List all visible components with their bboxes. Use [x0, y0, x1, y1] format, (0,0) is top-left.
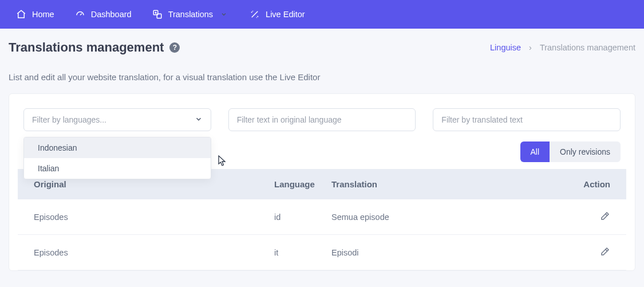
- chevron-down-icon: [219, 9, 229, 19]
- filter-row: Filter by languages... Indonesian Italia…: [23, 108, 621, 131]
- nav-dashboard[interactable]: Dashboard: [65, 0, 142, 29]
- magic-wand-icon: [250, 9, 260, 19]
- page-title-text: Translations management: [9, 40, 164, 55]
- cell-translation: Episodi: [331, 248, 576, 257]
- translated-text-filter-input[interactable]: [433, 108, 621, 131]
- gauge-icon: [75, 9, 85, 19]
- help-icon[interactable]: ?: [169, 42, 180, 53]
- breadcrumb-separator: ›: [529, 43, 532, 52]
- edit-action[interactable]: [576, 246, 610, 258]
- breadcrumb-current: Translations management: [540, 43, 635, 52]
- col-header-action: Action: [576, 179, 610, 189]
- home-icon: [16, 9, 26, 19]
- page-content: Translations management ? Linguise › Tra…: [0, 29, 644, 271]
- translate-icon: [152, 9, 163, 19]
- page-header-row: Translations management ? Linguise › Tra…: [9, 40, 635, 55]
- nav-home-label: Home: [32, 10, 54, 19]
- cell-translation: Semua episode: [331, 213, 576, 222]
- page-title: Translations management ?: [9, 40, 180, 55]
- nav-home[interactable]: Home: [6, 0, 65, 29]
- nav-live-editor-label: Live Editor: [266, 10, 305, 19]
- language-filter-placeholder: Filter by languages...: [32, 115, 106, 124]
- translations-table: Original Language Translation Action Epi…: [18, 169, 626, 270]
- top-navbar: Home Dashboard Translations Live Editor: [0, 0, 644, 29]
- language-filter-wrap: Filter by languages... Indonesian Italia…: [23, 108, 211, 131]
- breadcrumb-link[interactable]: Linguise: [490, 43, 521, 52]
- table-row: Episodes it Episodi: [18, 235, 626, 270]
- col-header-language: Language: [274, 179, 331, 189]
- nav-live-editor[interactable]: Live Editor: [239, 0, 315, 29]
- cell-original: Episodes: [34, 213, 274, 222]
- dropdown-option[interactable]: Italian: [24, 158, 211, 179]
- cell-language: id: [274, 213, 331, 222]
- page-subtitle: List and edit all your website translati…: [9, 72, 635, 82]
- cell-original: Episodes: [34, 248, 274, 257]
- toggle-revisions-button[interactable]: Only revisions: [550, 141, 621, 162]
- col-header-original: Original: [34, 179, 274, 189]
- language-filter-select[interactable]: Filter by languages...: [23, 108, 211, 131]
- language-dropdown: Indonesian Italian: [23, 137, 211, 179]
- revision-toggle-group: All Only revisions: [520, 141, 621, 162]
- nav-translations[interactable]: Translations: [142, 0, 239, 29]
- edit-action[interactable]: [576, 211, 610, 223]
- translated-filter-wrap: [433, 108, 621, 131]
- nav-translations-label: Translations: [168, 10, 213, 19]
- dropdown-option[interactable]: Indonesian: [24, 137, 211, 158]
- table-row: Episodes id Semua episode: [18, 199, 626, 235]
- chevron-down-icon: [195, 115, 203, 125]
- breadcrumb: Linguise › Translations management: [490, 43, 635, 52]
- nav-dashboard-label: Dashboard: [91, 10, 132, 19]
- toggle-all-button[interactable]: All: [520, 141, 550, 162]
- translations-panel: Filter by languages... Indonesian Italia…: [9, 93, 635, 271]
- cell-language: it: [274, 248, 331, 257]
- original-text-filter-input[interactable]: [228, 108, 416, 131]
- col-header-translation: Translation: [331, 179, 576, 189]
- original-filter-wrap: [228, 108, 416, 131]
